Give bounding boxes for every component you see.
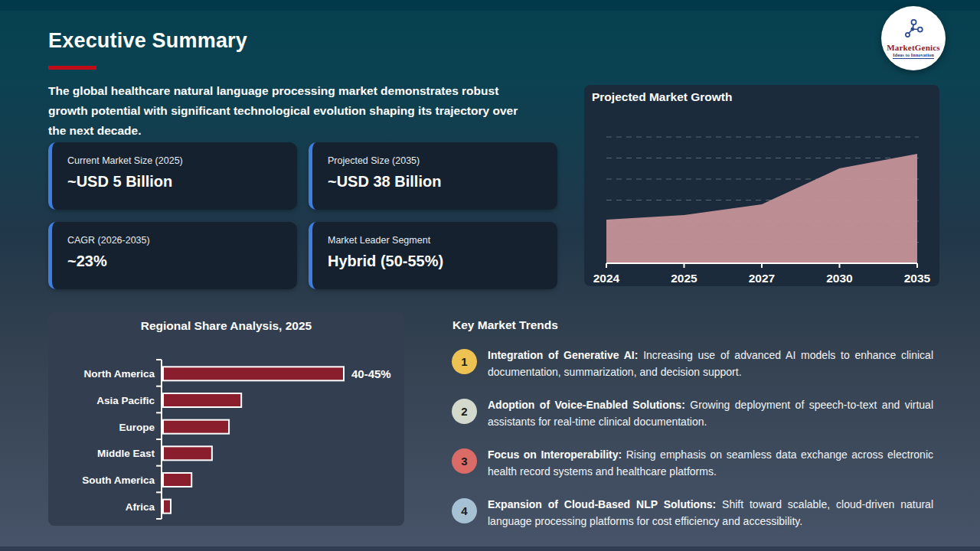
- trend-number-badge: 4: [452, 498, 477, 523]
- regional-share-card: North America40-45%Asia PacificEuropeMid…: [48, 312, 404, 526]
- svg-text:Africa: Africa: [126, 501, 155, 513]
- svg-text:South America: South America: [82, 474, 155, 486]
- trend-number-badge: 1: [452, 349, 477, 374]
- list-item: 1 Integration of Generative AI: Increasi…: [452, 347, 936, 380]
- stat-card-current-size: Current Market Size (2025) ~USD 5 Billio…: [48, 142, 297, 210]
- stat-card-projected-size: Projected Size (2035) ~USD 38 Billion: [309, 142, 557, 210]
- logo-tagline: Ideas to Innovation: [893, 52, 934, 59]
- trend-number-badge: 2: [452, 399, 477, 424]
- executive-summary-slide: Executive Summary The global healthcare …: [0, 0, 980, 551]
- svg-text:Asia Pacific: Asia Pacific: [96, 395, 155, 406]
- svg-text:2035: 2035: [904, 272, 931, 285]
- trend-text: Adoption of Voice-Enabled Solutions: Gro…: [488, 397, 933, 430]
- stat-label: Projected Size (2035): [328, 155, 542, 166]
- list-item: 3 Focus on Interoperability: Rising emph…: [452, 447, 936, 480]
- page-title: Executive Summary: [48, 29, 247, 53]
- list-item: 4 Expansion of Cloud-Based NLP Solutions…: [452, 497, 936, 530]
- projected-market-growth-card: 20242025202720302035 Projected Market Gr…: [584, 85, 939, 286]
- regional-chart-title: Regional Share Analysis, 2025: [48, 319, 404, 333]
- stat-label: Current Market Size (2025): [67, 155, 282, 166]
- bottom-accent-bar: [0, 546, 980, 551]
- svg-text:North America: North America: [83, 368, 155, 380]
- stat-value: ~USD 5 Billion: [67, 173, 282, 191]
- regional-share-chart: North America40-45%Asia PacificEuropeMid…: [48, 312, 404, 526]
- stat-card-grid: Current Market Size (2025) ~USD 5 Billio…: [48, 142, 557, 289]
- trend-text: Focus on Interoperability: Rising emphas…: [488, 447, 933, 480]
- trend-text: Integration of Generative AI: Increasing…: [488, 347, 933, 380]
- svg-text:Europe: Europe: [119, 422, 155, 433]
- intro-paragraph: The global healthcare natural language p…: [48, 81, 531, 141]
- svg-text:2027: 2027: [749, 272, 775, 285]
- svg-text:2024: 2024: [593, 272, 620, 285]
- growth-chart-title: Projected Market Growth: [592, 90, 732, 104]
- stat-value: ~USD 38 Billion: [328, 173, 542, 191]
- stat-label: Market Leader Segment: [328, 235, 542, 246]
- trend-text: Expansion of Cloud-Based NLP Solutions: …: [488, 497, 933, 530]
- top-accent-bar: [0, 0, 980, 11]
- list-item: 2 Adoption of Voice-Enabled Solutions: G…: [452, 397, 936, 430]
- stat-card-leader-segment: Market Leader Segment Hybrid (50-55%): [309, 222, 557, 289]
- stat-value: Hybrid (50-55%): [328, 253, 542, 270]
- projected-market-growth-chart: 20242025202720302035: [584, 85, 939, 286]
- svg-text:2030: 2030: [826, 272, 852, 285]
- key-market-trends-section: Key Market Trends 1 Integration of Gener…: [452, 312, 936, 530]
- title-underline: [48, 66, 96, 70]
- trends-heading: Key Market Trends: [452, 318, 936, 332]
- svg-text:Middle East: Middle East: [97, 448, 155, 459]
- trend-number-badge: 3: [452, 448, 477, 474]
- marketgenics-logo: MarketGenics Ideas to Innovation: [881, 6, 946, 70]
- svg-text:2025: 2025: [671, 272, 697, 285]
- stat-value: ~23%: [67, 253, 282, 270]
- trend-list: 1 Integration of Generative AI: Increasi…: [452, 347, 936, 530]
- stat-label: CAGR (2026-2035): [67, 235, 282, 246]
- svg-text:40-45%: 40-45%: [351, 367, 391, 380]
- logo-name: MarketGenics: [887, 43, 940, 52]
- stat-card-cagr: CAGR (2026-2035) ~23%: [48, 222, 297, 289]
- molecule-icon: [903, 18, 924, 42]
